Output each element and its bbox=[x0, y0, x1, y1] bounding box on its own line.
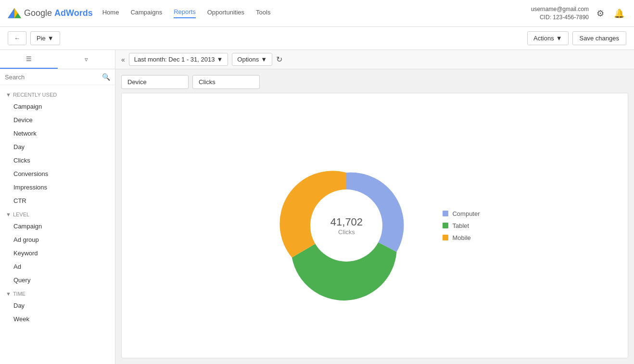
sidebar-item[interactable]: Network bbox=[4, 127, 111, 140]
computer-label: Computer bbox=[452, 210, 480, 217]
pie-chevron-icon: ▼ bbox=[48, 35, 54, 42]
donut-value: 41,702 bbox=[330, 216, 363, 228]
user-info: username@gmail.com CID: 123-456-7890 bbox=[531, 5, 589, 22]
donut-chart: 41,702 Clicks bbox=[269, 149, 423, 302]
actions-chevron-icon: ▼ bbox=[556, 35, 562, 42]
time-collapse-icon[interactable]: ▼ bbox=[6, 291, 11, 297]
content-area: ☰ ▿ 🔍 ▼ RECENTLY USED Campaign Device Ne… bbox=[0, 50, 634, 364]
sidebar: ☰ ▿ 🔍 ▼ RECENTLY USED Campaign Device Ne… bbox=[0, 50, 115, 364]
chart-inner: 41,702 Clicks Computer Tablet bbox=[269, 149, 480, 302]
sidebar-item[interactable]: Device bbox=[4, 113, 111, 126]
sidebar-item[interactable]: Impressions bbox=[4, 181, 111, 194]
search-box: 🔍 bbox=[0, 69, 115, 85]
nav-opportunities[interactable]: Opportunities bbox=[207, 9, 244, 18]
sidebar-item[interactable]: Week bbox=[4, 313, 111, 326]
user-cid: CID: 123-456-7890 bbox=[531, 13, 589, 22]
toolbar: ← Pie ▼ Actions ▼ Save changes bbox=[0, 27, 634, 50]
sidebar-item[interactable]: Keyword bbox=[4, 247, 111, 260]
time-header: ▼ TIME bbox=[0, 287, 115, 299]
computer-color bbox=[443, 211, 448, 216]
top-nav: Google AdWords Home Campaigns Reports Op… bbox=[0, 0, 634, 27]
sidebar-filter-button[interactable]: ▿ bbox=[58, 50, 115, 69]
options-chevron-icon: ▼ bbox=[261, 56, 267, 63]
sidebar-item[interactable]: Campaign bbox=[4, 220, 111, 233]
nav-tools[interactable]: Tools bbox=[256, 9, 270, 18]
sidebar-item[interactable]: Clicks bbox=[4, 154, 111, 167]
search-input[interactable] bbox=[5, 74, 102, 81]
date-range-label: Last month: Dec 1 - 31, 2013 bbox=[134, 56, 215, 63]
chart-card: 41,702 Clicks Computer Tablet bbox=[121, 93, 628, 358]
tablet-label: Tablet bbox=[452, 222, 469, 229]
tablet-color bbox=[443, 223, 448, 228]
recently-used-collapse-icon[interactable]: ▼ bbox=[6, 92, 11, 98]
nav-left: Google AdWords Home Campaigns Reports Op… bbox=[8, 7, 270, 20]
sidebar-toolbar: ☰ ▿ bbox=[0, 50, 115, 69]
notifications-button[interactable]: 🔔 bbox=[612, 6, 626, 21]
collapse-sidebar-button[interactable]: « bbox=[121, 56, 125, 63]
mobile-color bbox=[443, 235, 448, 240]
chart-area: Device Clicks bbox=[115, 69, 634, 364]
nav-links: Home Campaigns Reports Opportunities Too… bbox=[102, 8, 271, 18]
actions-button[interactable]: Actions ▼ bbox=[527, 31, 569, 45]
legend-item-mobile: Mobile bbox=[443, 234, 480, 241]
options-label: Options bbox=[237, 56, 259, 63]
level-header: ▼ LEVEL bbox=[0, 208, 115, 219]
sidebar-item-conversions[interactable]: Conversions bbox=[4, 167, 111, 180]
nav-home[interactable]: Home bbox=[102, 9, 119, 18]
legend-item-computer: Computer bbox=[443, 210, 480, 217]
logo-icon bbox=[8, 7, 21, 20]
mobile-label: Mobile bbox=[452, 234, 470, 241]
sidebar-item[interactable]: Day bbox=[4, 299, 111, 312]
dimension-selector[interactable]: Device bbox=[121, 75, 189, 89]
logo-text: Google AdWords bbox=[24, 8, 93, 18]
selector-row: Device Clicks bbox=[121, 75, 628, 89]
save-changes-button[interactable]: Save changes bbox=[572, 31, 626, 45]
actions-label: Actions bbox=[533, 35, 554, 42]
date-chevron-icon: ▼ bbox=[216, 56, 223, 63]
main-panel: « Last month: Dec 1 - 31, 2013 ▼ Options… bbox=[115, 50, 634, 364]
pie-label: Pie bbox=[37, 35, 46, 42]
level-collapse-icon[interactable]: ▼ bbox=[6, 212, 11, 217]
donut-center: 41,702 Clicks bbox=[330, 216, 363, 236]
search-icon: 🔍 bbox=[102, 73, 110, 81]
nav-reports[interactable]: Reports bbox=[174, 8, 196, 18]
pie-chart-button[interactable]: Pie ▼ bbox=[30, 31, 60, 45]
settings-button[interactable]: ⚙ bbox=[595, 6, 606, 21]
sidebar-item[interactable]: Ad bbox=[4, 260, 111, 273]
sidebar-item[interactable]: Campaign bbox=[4, 100, 111, 113]
user-email: username@gmail.com bbox=[531, 5, 589, 13]
main-toolbar: « Last month: Dec 1 - 31, 2013 ▼ Options… bbox=[115, 50, 634, 69]
date-range-button[interactable]: Last month: Dec 1 - 31, 2013 ▼ bbox=[129, 53, 228, 66]
back-button[interactable]: ← bbox=[8, 31, 26, 45]
sidebar-item[interactable]: CTR bbox=[4, 194, 111, 207]
toolbar-left: ← Pie ▼ bbox=[8, 31, 60, 45]
sidebar-item[interactable]: Day bbox=[4, 140, 111, 153]
logo-area: Google AdWords bbox=[8, 7, 93, 20]
refresh-button[interactable]: ↻ bbox=[276, 55, 282, 64]
options-button[interactable]: Options ▼ bbox=[232, 53, 272, 66]
legend-item-tablet: Tablet bbox=[443, 222, 480, 229]
sidebar-item[interactable]: Query bbox=[4, 274, 111, 287]
sidebar-scroll: ▼ RECENTLY USED Campaign Device Network … bbox=[0, 85, 115, 364]
metric-selector[interactable]: Clicks bbox=[192, 75, 260, 89]
svg-marker-1 bbox=[8, 8, 14, 18]
toolbar-right: Actions ▼ Save changes bbox=[527, 31, 626, 45]
nav-right: username@gmail.com CID: 123-456-7890 ⚙ 🔔 bbox=[531, 5, 626, 22]
recently-used-header: ▼ RECENTLY USED bbox=[0, 88, 115, 100]
sidebar-list-button[interactable]: ☰ bbox=[0, 50, 58, 69]
donut-label: Clicks bbox=[330, 228, 363, 236]
sidebar-item[interactable]: Ad group bbox=[4, 233, 111, 246]
nav-campaigns[interactable]: Campaigns bbox=[130, 9, 162, 18]
chart-legend: Computer Tablet Mobile bbox=[443, 210, 480, 241]
